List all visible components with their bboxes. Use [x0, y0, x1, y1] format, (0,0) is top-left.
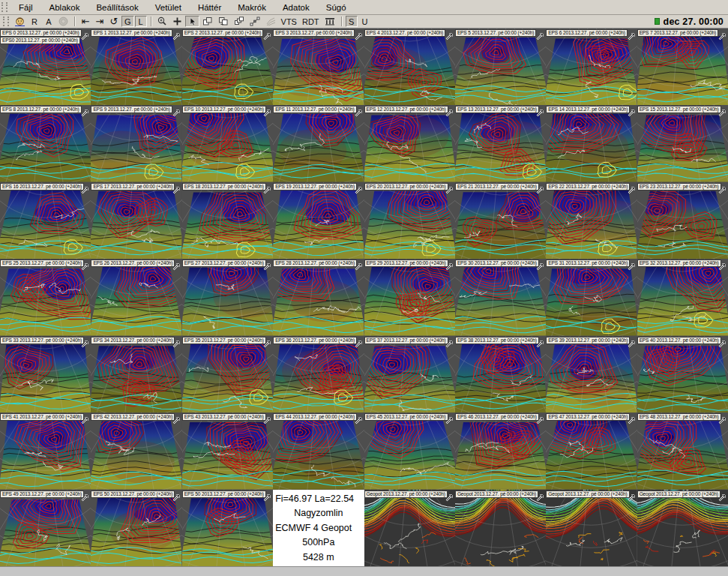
- panel-maximize-icon[interactable]: [172, 106, 181, 115]
- vts-button[interactable]: VTS: [279, 16, 299, 27]
- map-art: [546, 105, 637, 182]
- s-toggle[interactable]: S: [346, 16, 358, 27]
- table-icon[interactable]: [322, 16, 337, 27]
- map-panel-eps-4[interactable]: EPS 4 2013.12.27. pé 00:00 (+240h): [364, 28, 455, 105]
- toolbar-separator: [74, 16, 75, 26]
- map-panel-eps-36[interactable]: EPS 36 2013.12.27. pé 00:00 (+240h): [273, 336, 364, 412]
- map-panel-eps-0[interactable]: EPS 0 2013.12.27. pé 00:00 (+240h)EPS0 2…: [0, 28, 91, 105]
- map-panel-eps-41[interactable]: EPS 41 2013.12.27. pé 00:00 (+240h): [0, 412, 91, 489]
- copy-window-2-icon[interactable]: [216, 16, 231, 27]
- r-button[interactable]: R: [28, 16, 41, 27]
- map-panel-eps-44[interactable]: EPS 44 2013.12.27. pé 00:00 (+240h): [273, 412, 364, 489]
- panel-maximize-icon[interactable]: [536, 30, 544, 38]
- pointer-icon[interactable]: [185, 16, 199, 27]
- map-panel-geopot[interactable]: Geopot 2013.12.27. pé 00:00 (+240h): [364, 490, 455, 566]
- map-panel-eps-31[interactable]: EPS 31 2013.12.27. pé 00:00 (+240h): [546, 259, 637, 335]
- l-toggle[interactable]: L: [135, 16, 147, 27]
- map-panel-eps-49[interactable]: EPS 49 2013.12.27. pé 00:00 (+240h): [0, 490, 91, 566]
- map-panel-eps-23[interactable]: EPS 23 2013.12.27. pé 00:00 (+240h): [637, 182, 728, 259]
- map-panel-eps-46[interactable]: EPS 46 2013.12.27. pé 00:00 (+240h): [455, 412, 546, 489]
- map-panel-eps-25[interactable]: EPS 25 2013.12.27. pé 00:00 (+240h): [0, 259, 91, 335]
- map-panel-eps-18[interactable]: EPS 18 2013.12.27. pé 00:00 (+240h): [182, 182, 273, 259]
- panel-maximize-icon[interactable]: [81, 106, 89, 115]
- record-icon[interactable]: [56, 16, 70, 27]
- map-panel-eps-12[interactable]: EPS 12 2013.12.27. pé 00:00 (+240h): [364, 105, 455, 182]
- menu-sugo[interactable]: Súgó: [318, 3, 355, 12]
- menu-hatter[interactable]: Háttér: [190, 3, 229, 12]
- polyline-icon[interactable]: [247, 16, 262, 27]
- map-panel-eps-32[interactable]: EPS 32 2013.12.27. pé 00:00 (+240h): [637, 259, 728, 335]
- menu-vetulet[interactable]: Vetület: [147, 3, 190, 12]
- map-panel-eps-28[interactable]: EPS 28 2013.12.27. pé 00:00 (+240h): [273, 259, 364, 335]
- map-panel-eps-14[interactable]: EPS 14 2013.12.27. pé 00:00 (+240h): [546, 105, 637, 182]
- step-first-icon[interactable]: ⇤: [79, 16, 92, 27]
- map-panel-eps-50[interactable]: EPS 50 2013.12.27. pé 00:00 (+240h): [182, 490, 273, 566]
- map-panel-eps-11[interactable]: EPS 11 2013.12.27. pé 00:00 (+240h): [273, 105, 364, 182]
- rdt-button[interactable]: RDT: [300, 16, 322, 27]
- map-panel-eps-8[interactable]: EPS 8 2013.12.27. pé 00:00 (+240h): [0, 105, 91, 182]
- map-panel-eps-13[interactable]: EPS 13 2013.12.27. pé 00:00 (+240h): [455, 105, 546, 182]
- map-panel-eps-17[interactable]: EPS 17 2013.12.27. pé 00:00 (+240h): [91, 182, 181, 259]
- map-panel-eps-21[interactable]: EPS 21 2013.12.27. pé 00:00 (+240h): [455, 182, 546, 259]
- map-panel-eps-15[interactable]: EPS 15 2013.12.27. pé 00:00 (+240h): [637, 105, 728, 182]
- map-panel-eps-34[interactable]: EPS 34 2013.12.27. pé 00:00 (+240h): [91, 336, 181, 412]
- map-panel-eps-38[interactable]: EPS 38 2013.12.27. pé 00:00 (+240h): [455, 336, 546, 412]
- menu-beallitasok[interactable]: Beállítások: [88, 3, 146, 12]
- map-panel-eps-16[interactable]: EPS 16 2013.12.27. pé 00:00 (+240h): [0, 182, 91, 259]
- menu-fajl[interactable]: Fájl: [10, 3, 41, 12]
- panel-maximize-icon[interactable]: [628, 30, 636, 38]
- panel-maximize-icon[interactable]: [445, 30, 454, 38]
- u-button[interactable]: U: [358, 16, 372, 27]
- panel-title: EPS 8 2013.12.27. pé 00:00 (+240h): [0, 106, 82, 113]
- map-panel-eps-19[interactable]: EPS 19 2013.12.27. pé 00:00 (+240h): [273, 182, 364, 259]
- copy-window-icon[interactable]: [200, 16, 215, 27]
- map-panel-eps-26[interactable]: EPS 26 2013.12.27. pé 00:00 (+240h): [91, 259, 181, 335]
- map-panel-eps-3[interactable]: EPS 3 2013.12.27. pé 00:00 (+240h): [273, 28, 364, 105]
- g-toggle[interactable]: G: [121, 16, 134, 27]
- map-panel-geopot[interactable]: Geopot 2013.12.27. pé 00:00 (+240h): [455, 490, 546, 566]
- map-panel-eps-20[interactable]: EPS 20 2013.12.27. pé 00:00 (+240h): [364, 182, 455, 259]
- map-panel-eps-47[interactable]: EPS 47 2013.12.27. pé 00:00 (+240h): [546, 412, 637, 489]
- a-button[interactable]: A: [42, 16, 55, 27]
- menu-adatok[interactable]: Adatok: [274, 3, 318, 12]
- map-panel-eps-50[interactable]: EPS 50 2013.12.27. pé 00:00 (+240h): [91, 490, 181, 566]
- menu-ablakok[interactable]: Ablakok: [41, 3, 88, 12]
- map-panel-eps-7[interactable]: EPS 7 2013.12.27. pé 00:00 (+240h): [637, 28, 728, 105]
- map-panel-eps-5[interactable]: EPS 5 2013.12.27. pé 00:00 (+240h): [455, 28, 546, 105]
- map-panel-eps-43[interactable]: EPS 43 2013.12.27. pé 00:00 (+240h): [182, 412, 273, 489]
- map-panel-eps-30[interactable]: EPS 30 2013.12.27. pé 00:00 (+240h): [455, 259, 546, 335]
- panel-maximize-icon[interactable]: [355, 30, 363, 38]
- map-panel-eps-48[interactable]: EPS 48 2013.12.27. pé 00:00 (+240h): [637, 412, 728, 489]
- map-panel-eps-29[interactable]: EPS 29 2013.12.27. pé 00:00 (+240h): [364, 259, 455, 335]
- panel-maximize-icon[interactable]: [172, 30, 181, 38]
- menubar-grip[interactable]: [1, 2, 7, 12]
- multiline-icon[interactable]: [263, 16, 278, 27]
- map-panel-eps-6[interactable]: EPS 6 2013.12.27. pé 00:00 (+240h): [546, 28, 637, 105]
- map-panel-eps-40[interactable]: EPS 40 2013.12.27. pé 00:00 (+240h): [637, 336, 728, 412]
- toolbar-grip[interactable]: [3, 16, 9, 26]
- pan-icon[interactable]: [170, 16, 184, 27]
- map-panel-eps-1[interactable]: EPS 1 2013.12.27. pé 00:00 (+240h): [91, 28, 181, 105]
- panel-maximize-icon[interactable]: [718, 30, 727, 38]
- step-last-icon[interactable]: ⇥: [93, 16, 106, 27]
- zoom-in-icon[interactable]: [155, 16, 169, 27]
- map-panel-eps-27[interactable]: EPS 27 2013.12.27. pé 00:00 (+240h): [182, 259, 273, 335]
- map-panel-eps-2[interactable]: EPS 2 2013.12.27. pé 00:00 (+240h): [182, 28, 273, 105]
- map-panel-geopot[interactable]: Geopot 2013.12.27. pé 00:00 (+240h): [546, 490, 637, 566]
- map-panel-eps-9[interactable]: EPS 9 2013.12.27. pé 00:00 (+240h): [91, 105, 181, 182]
- map-panel-eps-37[interactable]: EPS 37 2013.12.27. pé 00:00 (+240h): [364, 336, 455, 412]
- menu-makrok[interactable]: Makrók: [229, 3, 274, 12]
- map-panel-eps-22[interactable]: EPS 22 2013.12.27. pé 00:00 (+240h): [546, 182, 637, 259]
- map-panel-eps-35[interactable]: EPS 35 2013.12.27. pé 00:00 (+240h): [182, 336, 273, 412]
- map-panel-eps-45[interactable]: EPS 45 2013.12.27. pé 00:00 (+240h): [364, 412, 455, 489]
- panel-maximize-icon[interactable]: [263, 30, 271, 38]
- map-panel-eps-33[interactable]: EPS 33 2013.12.27. pé 00:00 (+240h): [0, 336, 91, 412]
- map-panel-eps-42[interactable]: EPS 42 2013.12.27. pé 00:00 (+240h): [91, 412, 181, 489]
- copy-window-3-icon[interactable]: [232, 16, 247, 27]
- map-panel-eps-10[interactable]: EPS 10 2013.12.27. pé 00:00 (+240h): [182, 105, 273, 182]
- panel-maximize-icon[interactable]: [81, 30, 89, 38]
- map-panel-eps-39[interactable]: EPS 39 2013.12.27. pé 00:00 (+240h): [546, 336, 637, 412]
- user-icon[interactable]: [13, 16, 27, 27]
- loop-icon[interactable]: ↺: [107, 16, 121, 27]
- map-panel-geopot[interactable]: Geopot 2013.12.27. pé 00:00 (+240h): [637, 490, 728, 566]
